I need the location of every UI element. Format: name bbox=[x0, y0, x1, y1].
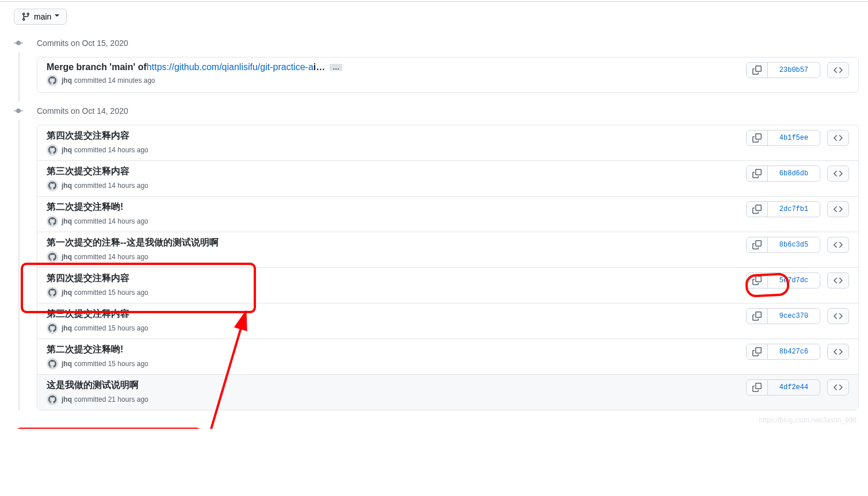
commit-message[interactable]: 第四次提交注释内容 bbox=[47, 272, 129, 284]
author-link[interactable]: jhq bbox=[62, 360, 72, 368]
sha-link[interactable]: 4b1f5ee bbox=[768, 130, 820, 145]
avatar[interactable] bbox=[47, 144, 58, 156]
avatar[interactable] bbox=[47, 75, 58, 86]
commit-time: committed 15 hours ago bbox=[74, 289, 148, 297]
sha-link[interactable]: 2dc7fb1 bbox=[768, 202, 820, 217]
commit-message[interactable]: Merge branch 'main' of bbox=[47, 62, 147, 72]
commit-time: committed 14 hours ago bbox=[74, 253, 148, 261]
commit-message-suffix: i… bbox=[313, 62, 325, 72]
avatar[interactable] bbox=[47, 287, 58, 298]
commit-row: 第二次提交注释哟!jhqcommitted 15 hours ago8b427c… bbox=[37, 339, 858, 375]
copy-sha-button[interactable] bbox=[747, 344, 768, 359]
browse-code-button[interactable] bbox=[827, 166, 849, 182]
commit-message[interactable]: 第二次提交注释哟! bbox=[47, 201, 123, 213]
copy-sha-button[interactable] bbox=[747, 273, 768, 288]
copy-sha-button[interactable] bbox=[747, 237, 768, 252]
sha-link[interactable]: 8b6c3d5 bbox=[768, 237, 820, 252]
browse-code-button[interactable] bbox=[827, 62, 849, 78]
browse-code-button[interactable] bbox=[827, 201, 849, 217]
sha-link[interactable]: 5e7d7dc bbox=[768, 273, 820, 288]
timeline-line bbox=[18, 34, 20, 410]
commit-time: committed 14 hours ago bbox=[74, 182, 148, 190]
avatar[interactable] bbox=[47, 358, 58, 370]
author-link[interactable]: jhq bbox=[62, 146, 72, 154]
commit-time: committed 15 hours ago bbox=[74, 360, 148, 368]
browse-code-button[interactable] bbox=[827, 344, 849, 360]
commit-row: 第三次提交注释内容jhqcommitted 14 hours ago6b8d6d… bbox=[37, 161, 858, 197]
copy-sha-button[interactable] bbox=[747, 380, 768, 395]
expand-message-button[interactable]: … bbox=[330, 64, 342, 71]
author-link[interactable]: jhq bbox=[62, 76, 72, 84]
sha-link[interactable]: 6b8d6db bbox=[768, 166, 820, 181]
sha-link[interactable]: 8b427c6 bbox=[768, 344, 820, 359]
browse-code-button[interactable] bbox=[827, 130, 849, 146]
sha-link[interactable]: 4df2e44 bbox=[768, 380, 820, 395]
commit-time: committed 14 hours ago bbox=[74, 146, 148, 154]
author-link[interactable]: jhq bbox=[62, 217, 72, 225]
commit-dot-icon bbox=[9, 34, 28, 52]
commit-message[interactable]: 第一次提交的注释--这是我做的测试说明啊 bbox=[47, 237, 219, 249]
commit-row: 第四次提交注释内容jhqcommitted 14 hours ago4b1f5e… bbox=[37, 125, 858, 161]
author-link[interactable]: jhq bbox=[62, 289, 72, 297]
caret-down-icon bbox=[55, 14, 59, 19]
commit-message[interactable]: 第二次提交注释哟! bbox=[47, 344, 123, 356]
avatar[interactable] bbox=[47, 394, 58, 405]
sha-link[interactable]: 9cec370 bbox=[768, 309, 820, 324]
avatar[interactable] bbox=[47, 180, 58, 191]
commit-row: Merge branch 'main' of https://github.co… bbox=[37, 57, 858, 92]
commit-time: committed 14 hours ago bbox=[74, 217, 148, 225]
commit-message[interactable]: 第四次提交注释内容 bbox=[47, 130, 129, 142]
commit-time: committed 15 hours ago bbox=[74, 324, 148, 332]
copy-sha-button[interactable] bbox=[747, 63, 768, 78]
sha-link[interactable]: 23b0b57 bbox=[768, 63, 820, 78]
commit-message[interactable]: 这是我做的测试说明啊 bbox=[47, 379, 139, 391]
avatar[interactable] bbox=[47, 322, 58, 334]
commit-message[interactable]: 第三次提交注释内容 bbox=[47, 308, 129, 320]
browse-code-button[interactable] bbox=[827, 379, 849, 395]
commit-dot-icon bbox=[9, 102, 28, 120]
commit-time: committed 21 hours ago bbox=[74, 395, 148, 403]
commit-link[interactable]: https://github.com/qianlisifu/git-practi… bbox=[147, 62, 313, 72]
branch-select-button[interactable]: main bbox=[14, 9, 67, 25]
copy-sha-button[interactable] bbox=[747, 309, 768, 324]
branch-icon bbox=[21, 12, 30, 21]
browse-code-button[interactable] bbox=[827, 237, 849, 253]
avatar[interactable] bbox=[47, 251, 58, 263]
commit-message[interactable]: 第三次提交注释内容 bbox=[47, 166, 129, 178]
author-link[interactable]: jhq bbox=[62, 182, 72, 190]
author-link[interactable]: jhq bbox=[62, 324, 72, 332]
copy-sha-button[interactable] bbox=[747, 130, 768, 145]
copy-sha-button[interactable] bbox=[747, 202, 768, 217]
avatar[interactable] bbox=[47, 216, 58, 227]
browse-code-button[interactable] bbox=[827, 308, 849, 324]
commit-row: 第三次提交注释内容jhqcommitted 15 hours ago9cec37… bbox=[37, 303, 858, 339]
commit-time: committed 14 minutes ago bbox=[74, 76, 155, 84]
copy-sha-button[interactable] bbox=[747, 166, 768, 181]
commit-row: 这是我做的测试说明啊jhqcommitted 21 hours ago4df2e… bbox=[37, 375, 858, 410]
browse-code-button[interactable] bbox=[827, 272, 849, 289]
author-link[interactable]: jhq bbox=[62, 253, 72, 261]
commit-row: 第一次提交的注释--这是我做的测试说明啊jhqcommitted 14 hour… bbox=[37, 232, 858, 268]
commit-row: 第二次提交注释哟!jhqcommitted 14 hours ago2dc7fb… bbox=[37, 197, 858, 232]
commit-row: 第四次提交注释内容jhqcommitted 15 hours ago5e7d7d… bbox=[37, 268, 858, 303]
author-link[interactable]: jhq bbox=[62, 395, 72, 403]
branch-name-label: main bbox=[34, 12, 51, 21]
group-date: Commits on Oct 15, 2020 bbox=[37, 39, 859, 48]
group-date: Commits on Oct 14, 2020 bbox=[37, 106, 859, 116]
